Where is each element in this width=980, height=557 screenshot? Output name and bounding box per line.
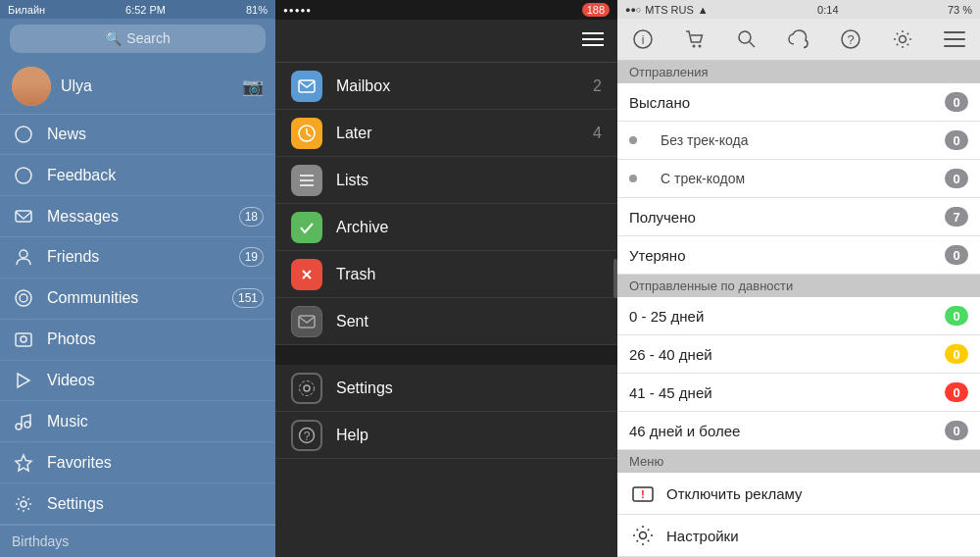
search-button[interactable] bbox=[731, 24, 762, 55]
gear-button[interactable] bbox=[887, 24, 918, 55]
bez-trek-badge: 0 bbox=[945, 130, 968, 150]
music-icon bbox=[12, 410, 35, 433]
user-profile-row[interactable]: Ulya 📷 bbox=[0, 59, 275, 115]
svg-rect-23 bbox=[299, 316, 315, 328]
info-button[interactable]: i bbox=[627, 24, 659, 55]
communities-badge: 151 bbox=[232, 288, 264, 308]
sidebar-item-photos[interactable]: Photos bbox=[0, 320, 275, 361]
mailbox-panel: ●●●●● 188 Mailbox 2 Later 4 Lists Archiv… bbox=[275, 0, 617, 557]
mail-settings-icon bbox=[291, 373, 322, 404]
section-title-davnost: Отправленные по давности bbox=[629, 278, 793, 293]
sidebar-item-favorites[interactable]: Favorites bbox=[0, 442, 275, 483]
svg-marker-11 bbox=[16, 455, 31, 471]
mailbox-item-later[interactable]: Later 4 bbox=[275, 110, 617, 157]
later-icon bbox=[291, 118, 322, 149]
svg-point-12 bbox=[21, 501, 26, 507]
sidebar-item-music[interactable]: Music bbox=[0, 401, 275, 442]
parcel-row-26-40[interactable]: 26 - 40 дней 0 bbox=[617, 335, 980, 374]
mailbox-icon bbox=[291, 71, 322, 102]
videos-icon bbox=[12, 369, 35, 392]
panel3-menu-button[interactable] bbox=[939, 24, 970, 55]
sidebar-item-messages[interactable]: Messages 18 bbox=[0, 196, 275, 237]
nav-label-music: Music bbox=[47, 413, 264, 430]
hamburger-icon[interactable] bbox=[582, 29, 604, 52]
later-count: 4 bbox=[593, 125, 602, 142]
birthdays-label: Birthdays bbox=[12, 533, 69, 549]
avatar bbox=[12, 67, 51, 106]
sidebar-item-settings[interactable]: Settings bbox=[0, 483, 275, 525]
battery-parcel: 73 % bbox=[948, 4, 972, 16]
mail-gap bbox=[275, 345, 617, 365]
action-disable-ads[interactable]: ! Отключить рекламу bbox=[617, 473, 980, 515]
nav-label-friends: Friends bbox=[47, 248, 227, 266]
search-bar[interactable]: 🔍 Search bbox=[10, 25, 266, 53]
svg-text:?: ? bbox=[847, 32, 854, 47]
parcel-settings-label: Настройки bbox=[666, 528, 739, 544]
parcel-row-s-trek[interactable]: С трек-кодом 0 bbox=[617, 160, 980, 198]
later-label: Later bbox=[336, 125, 579, 142]
sidebar-item-communities[interactable]: Communities 151 bbox=[0, 278, 275, 320]
messages-badge: 18 bbox=[239, 207, 264, 227]
signal-dots: ●●●●● bbox=[283, 6, 312, 15]
s-trek-label: С трек-кодом bbox=[645, 171, 937, 186]
vyslano-badge: 0 bbox=[945, 92, 968, 112]
svg-point-36 bbox=[900, 36, 906, 43]
days-26-40-label: 26 - 40 дней bbox=[629, 346, 937, 363]
feedback-icon bbox=[12, 164, 35, 187]
parcel-row-uteryano[interactable]: Утеряно 0 bbox=[617, 236, 980, 275]
mailbox-item-mailbox[interactable]: Mailbox 2 bbox=[275, 63, 617, 110]
vk-panel: Билайн 6:52 PM 81% 🔍 Search Ulya 📷 News … bbox=[0, 0, 275, 557]
sidebar-item-news[interactable]: News bbox=[0, 115, 275, 156]
parcel-header: i ? bbox=[617, 19, 980, 61]
mailbox-item-settings[interactable]: Settings bbox=[275, 365, 617, 412]
nav-label-videos: Videos bbox=[47, 372, 264, 389]
cart-button[interactable] bbox=[679, 24, 710, 55]
svg-point-5 bbox=[16, 290, 31, 306]
mailbox-item-trash[interactable]: Trash bbox=[275, 251, 617, 298]
parcel-row-polucheno[interactable]: Получено 7 bbox=[617, 198, 980, 236]
menu-line bbox=[944, 38, 965, 40]
mailbox-item-help[interactable]: ? Help bbox=[275, 412, 617, 459]
sent-icon bbox=[291, 306, 322, 337]
parcel-row-41-45[interactable]: 41 - 45 дней 0 bbox=[617, 374, 980, 412]
mailbox-item-lists[interactable]: Lists bbox=[275, 157, 617, 204]
svg-point-4 bbox=[20, 294, 27, 302]
cloud-button[interactable] bbox=[783, 24, 814, 55]
status-bar-mailbox: ●●●●● 188 bbox=[275, 0, 617, 20]
time-vk: 6:52 PM bbox=[125, 4, 166, 16]
settings-icon bbox=[12, 492, 35, 516]
friends-icon bbox=[12, 245, 35, 269]
mailbox-item-archive[interactable]: Archive bbox=[275, 204, 617, 251]
camera-icon[interactable]: 📷 bbox=[242, 76, 264, 97]
svg-point-9 bbox=[16, 424, 22, 430]
parcel-panel: ●●○ MTS RUS ▲ 0:14 73 % i ? bbox=[617, 0, 980, 557]
sidebar-item-friends[interactable]: Friends 19 bbox=[0, 237, 275, 278]
favorites-icon bbox=[12, 451, 35, 475]
mailbox-item-sent[interactable]: Sent bbox=[275, 298, 617, 345]
parcel-row-46-plus[interactable]: 46 дней и более 0 bbox=[617, 412, 980, 450]
sidebar-item-videos[interactable]: Videos bbox=[0, 361, 275, 402]
svg-text:?: ? bbox=[304, 430, 311, 443]
parcel-row-bez-trek[interactable]: Без трек-кода 0 bbox=[617, 122, 980, 160]
messages-icon bbox=[12, 205, 35, 228]
user-name: Ulya bbox=[61, 77, 232, 95]
svg-point-24 bbox=[304, 385, 310, 391]
birthdays-link[interactable]: Birthdays bbox=[0, 525, 275, 557]
svg-point-30 bbox=[693, 45, 696, 48]
svg-point-32 bbox=[739, 31, 751, 43]
help-button[interactable]: ? bbox=[835, 24, 866, 55]
communities-icon bbox=[12, 286, 35, 310]
nav-label-feedback: Feedback bbox=[47, 167, 264, 184]
parcel-row-0-25[interactable]: 0 - 25 дней 0 bbox=[617, 297, 980, 335]
action-settings[interactable]: Настройки bbox=[617, 515, 980, 557]
search-label: Search bbox=[126, 30, 170, 46]
sidebar-item-feedback[interactable]: Feedback bbox=[0, 155, 275, 196]
mailbox-badge-top: 188 bbox=[582, 3, 610, 17]
vyslano-label: Выслано bbox=[629, 94, 937, 111]
mail-help-icon: ? bbox=[291, 420, 322, 451]
svg-point-31 bbox=[699, 45, 702, 48]
mailbox-header bbox=[275, 20, 617, 63]
parcel-row-vyslano[interactable]: Выслано 0 bbox=[617, 83, 980, 122]
svg-text:i: i bbox=[642, 33, 645, 47]
bez-trek-label: Без трек-кода bbox=[645, 132, 937, 148]
